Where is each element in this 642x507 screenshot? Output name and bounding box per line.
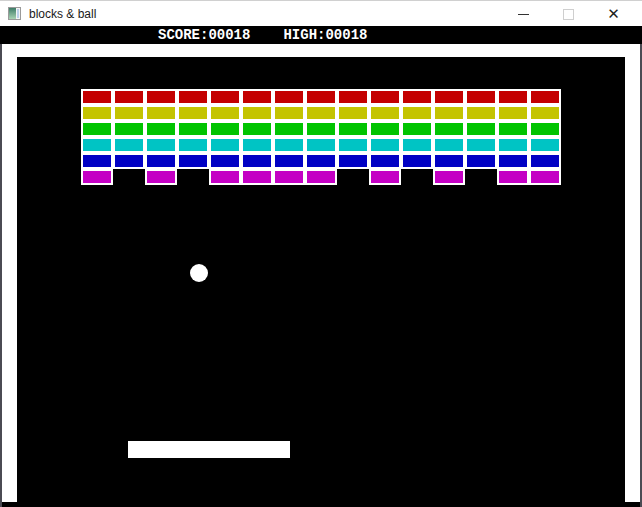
- block: [529, 153, 561, 169]
- block: [369, 121, 401, 137]
- block: [177, 121, 209, 137]
- block: [145, 89, 177, 105]
- block: [209, 89, 241, 105]
- block: [529, 105, 561, 121]
- block: [113, 89, 145, 105]
- block: [241, 89, 273, 105]
- block: [497, 89, 529, 105]
- block: [113, 137, 145, 153]
- block: [529, 89, 561, 105]
- block: [241, 169, 273, 185]
- window-border-bottom: [0, 502, 642, 507]
- block: [433, 137, 465, 153]
- block: [305, 137, 337, 153]
- block: [337, 121, 369, 137]
- close-button[interactable]: ✕: [591, 1, 636, 27]
- block: [369, 89, 401, 105]
- block: [497, 137, 529, 153]
- paddle: [128, 441, 290, 458]
- block: [81, 105, 113, 121]
- score-text: SCORE:00018: [158, 27, 250, 43]
- block: [273, 169, 305, 185]
- block: [465, 137, 497, 153]
- block: [113, 105, 145, 121]
- block: [497, 169, 529, 185]
- block: [209, 105, 241, 121]
- block: [465, 89, 497, 105]
- block: [337, 89, 369, 105]
- block: [433, 121, 465, 137]
- block: [497, 105, 529, 121]
- block: [177, 89, 209, 105]
- block: [369, 153, 401, 169]
- block: [177, 137, 209, 153]
- block: [177, 105, 209, 121]
- block: [529, 137, 561, 153]
- block: [145, 169, 177, 185]
- block: [81, 153, 113, 169]
- score-bar: SCORE:00018 HIGH:00018: [0, 26, 642, 44]
- block: [209, 153, 241, 169]
- block: [273, 153, 305, 169]
- block: [81, 121, 113, 137]
- block: [401, 89, 433, 105]
- block: [401, 153, 433, 169]
- block: [497, 153, 529, 169]
- block: [305, 121, 337, 137]
- block: [465, 121, 497, 137]
- block: [465, 105, 497, 121]
- block: [273, 121, 305, 137]
- block: [145, 137, 177, 153]
- app-icon[interactable]: [8, 7, 21, 20]
- block: [369, 169, 401, 185]
- block: [241, 121, 273, 137]
- maximize-icon: [563, 9, 574, 20]
- block: [145, 105, 177, 121]
- block: [305, 105, 337, 121]
- game-field[interactable]: [17, 57, 625, 502]
- block: [113, 153, 145, 169]
- minimize-button[interactable]: [501, 1, 546, 27]
- block: [433, 89, 465, 105]
- maximize-button[interactable]: [546, 1, 591, 27]
- block: [529, 169, 561, 185]
- block: [465, 153, 497, 169]
- block: [209, 121, 241, 137]
- block: [433, 153, 465, 169]
- block: [81, 89, 113, 105]
- block: [209, 137, 241, 153]
- block: [337, 153, 369, 169]
- high-score-text: HIGH:00018: [283, 27, 367, 43]
- block: [209, 169, 241, 185]
- block: [81, 169, 113, 185]
- block: [369, 137, 401, 153]
- block: [337, 137, 369, 153]
- block: [113, 121, 145, 137]
- block: [369, 105, 401, 121]
- block: [145, 121, 177, 137]
- block: [177, 153, 209, 169]
- block: [401, 137, 433, 153]
- title-bar: blocks & ball ✕: [0, 0, 642, 26]
- block: [433, 169, 465, 185]
- block: [273, 105, 305, 121]
- block: [81, 137, 113, 153]
- block: [497, 121, 529, 137]
- block: [305, 169, 337, 185]
- window-border-left: [0, 44, 2, 507]
- block: [401, 121, 433, 137]
- block: [145, 153, 177, 169]
- block: [241, 153, 273, 169]
- window-title: blocks & ball: [29, 7, 96, 21]
- app-window: blocks & ball ✕ SCORE:00018 HIGH:00018: [0, 0, 642, 507]
- block: [305, 153, 337, 169]
- block: [241, 137, 273, 153]
- app-icon-picture: [9, 8, 16, 19]
- ball: [190, 264, 208, 282]
- block: [433, 105, 465, 121]
- block: [401, 105, 433, 121]
- block: [305, 89, 337, 105]
- minimize-icon: [518, 14, 529, 15]
- block: [337, 105, 369, 121]
- block: [529, 121, 561, 137]
